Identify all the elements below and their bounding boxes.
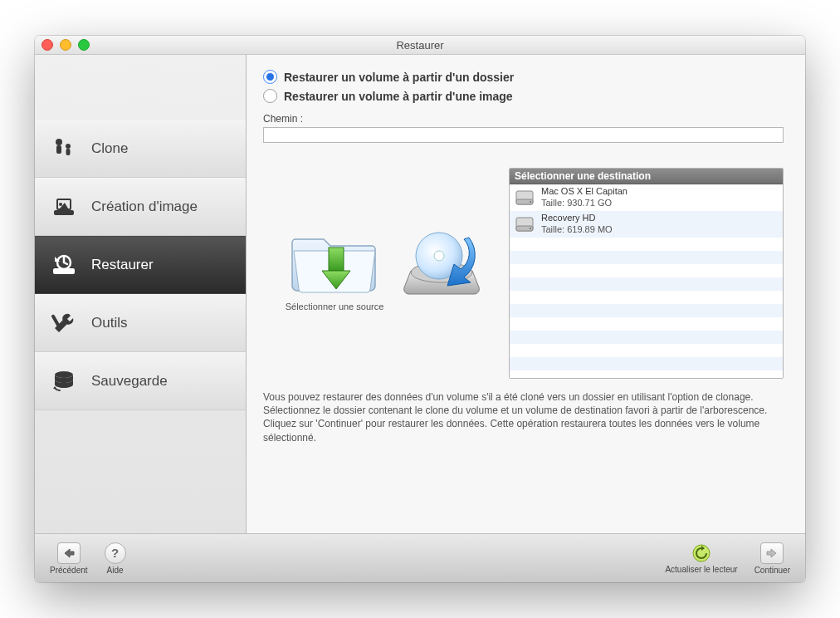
- list-stripe: [510, 291, 783, 304]
- sidebar-item-tools[interactable]: Outils: [35, 294, 246, 352]
- option-restore-from-image[interactable]: Restaurer un volume à partir d'une image: [263, 89, 784, 103]
- sidebar-item-restore[interactable]: Restaurer: [35, 236, 246, 294]
- arrow-left-icon: [57, 542, 81, 564]
- destination-size: Taille: 619.89 MO: [541, 224, 613, 236]
- source-caption: Sélectionner une source: [286, 302, 384, 311]
- zoom-icon[interactable]: [78, 39, 90, 51]
- list-stripe: [510, 370, 783, 378]
- svg-point-20: [530, 228, 531, 229]
- list-stripe: [510, 238, 783, 251]
- svg-rect-9: [51, 314, 60, 327]
- destination-item[interactable]: Mac OS X El Capitan Taille: 930.71 GO: [510, 184, 783, 211]
- list-stripe: [510, 357, 783, 370]
- refresh-drive-button[interactable]: Actualiser le lecteur: [665, 543, 737, 574]
- refresh-icon: [691, 543, 712, 563]
- central-area: Sélectionner une source: [263, 168, 784, 379]
- window-controls: [42, 39, 90, 51]
- svg-point-6: [59, 203, 62, 206]
- list-stripe: [510, 251, 783, 264]
- sidebar: Clone Création d'image Restaurer Outils: [35, 55, 247, 533]
- list-stripe: [510, 344, 783, 357]
- sidebar-item-image-creation[interactable]: Création d'image: [35, 178, 246, 236]
- svg-rect-1: [56, 145, 61, 154]
- window-title: Restaurer: [35, 39, 805, 52]
- image-creation-icon: [50, 193, 78, 221]
- app-window: Restaurer Clone Création d'image: [35, 36, 805, 582]
- sidebar-item-label: Sauvegarde: [91, 373, 168, 390]
- select-source[interactable]: Sélectionner une source: [268, 223, 401, 311]
- sidebar-item-label: Restaurer: [91, 257, 154, 273]
- minimize-icon[interactable]: [60, 39, 71, 51]
- radio-icon[interactable]: [263, 89, 277, 103]
- main-panel: Restaurer un volume à partir d'un dossie…: [247, 55, 805, 533]
- svg-point-17: [530, 201, 531, 203]
- drive-restore-icon: [396, 223, 487, 308]
- destination-header: Sélectionner une destination: [510, 169, 783, 184]
- button-label: Précédent: [50, 566, 88, 575]
- svg-rect-4: [54, 210, 74, 215]
- help-icon: ?: [105, 542, 126, 564]
- hdd-icon: [515, 215, 535, 233]
- sidebar-item-label: Outils: [91, 315, 127, 331]
- list-stripe: [510, 264, 783, 277]
- svg-point-2: [66, 144, 71, 149]
- back-button[interactable]: Précédent: [50, 542, 88, 575]
- svg-point-10: [55, 371, 73, 378]
- destination-name: Mac OS X El Capitan: [541, 186, 628, 198]
- option-label: Restaurer un volume à partir d'un dossie…: [284, 71, 514, 84]
- backup-icon: [50, 367, 78, 395]
- list-stripe: [510, 331, 783, 344]
- destination-list[interactable]: Mac OS X El Capitan Taille: 930.71 GO Re…: [510, 184, 783, 378]
- sidebar-item-label: Clone: [91, 140, 128, 157]
- path-label: Chemin :: [263, 113, 784, 125]
- list-stripe: [510, 317, 783, 331]
- clone-icon: [50, 135, 78, 163]
- sidebar-item-backup[interactable]: Sauvegarde: [35, 352, 246, 410]
- folder-download-icon: [289, 223, 380, 300]
- list-stripe: [510, 304, 783, 317]
- path-input[interactable]: [263, 127, 784, 143]
- destination-item[interactable]: Recovery HD Taille: 619.89 MO: [510, 211, 783, 238]
- list-stripe: [510, 277, 783, 291]
- destination-size: Taille: 930.71 GO: [541, 198, 628, 209]
- continue-button[interactable]: Continuer: [755, 542, 790, 575]
- sidebar-item-clone[interactable]: Clone: [35, 120, 246, 178]
- close-icon[interactable]: [42, 39, 53, 51]
- svg-point-0: [56, 139, 62, 145]
- help-text: Vous pouvez restaurer des données d'un v…: [263, 390, 784, 444]
- svg-rect-3: [66, 149, 71, 155]
- window-body: Clone Création d'image Restaurer Outils: [35, 55, 805, 533]
- option-restore-from-folder[interactable]: Restaurer un volume à partir d'un dossie…: [263, 70, 784, 84]
- destination-name: Recovery HD: [541, 213, 613, 224]
- button-label: Continuer: [755, 566, 790, 575]
- tools-icon: [50, 309, 78, 337]
- svg-point-14: [434, 251, 444, 261]
- button-label: Aide: [107, 566, 124, 575]
- sidebar-item-label: Création d'image: [91, 199, 198, 215]
- destination-panel: Sélectionner une destination Mac OS X El…: [509, 168, 784, 379]
- button-label: Actualiser le lecteur: [665, 565, 737, 574]
- restore-icon: [50, 251, 78, 279]
- help-button[interactable]: ? Aide: [105, 542, 126, 575]
- option-label: Restaurer un volume à partir d'une image: [284, 90, 513, 103]
- arrow-right-icon: [760, 542, 784, 564]
- radio-icon[interactable]: [263, 70, 277, 84]
- footer: Précédent ? Aide Actualiser le lecteur C…: [35, 533, 805, 582]
- hdd-icon: [515, 189, 535, 207]
- titlebar: Restaurer: [35, 36, 805, 55]
- svg-rect-11: [329, 248, 344, 271]
